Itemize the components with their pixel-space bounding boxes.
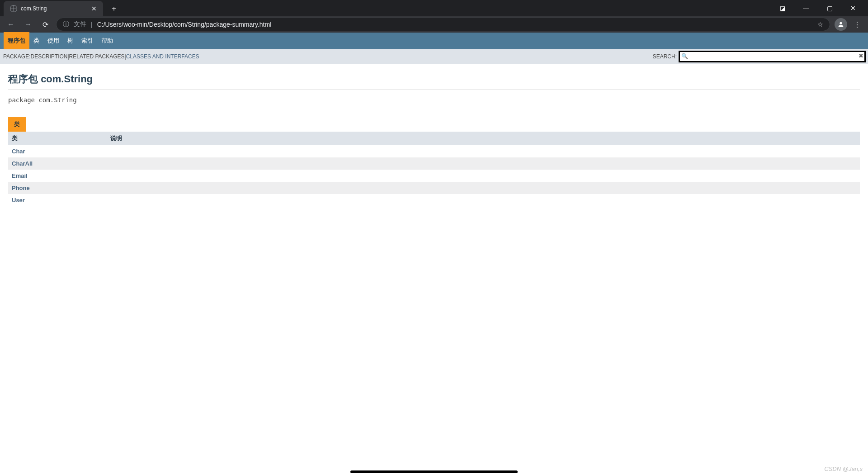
main-content: 程序包 com.String package com.String 类 类 说明… — [0, 64, 868, 214]
search-wrap: 🔍 ✖ — [679, 52, 865, 62]
type-tab-classes[interactable]: 类 — [8, 117, 26, 132]
toolbar-right: ⋮ — [835, 18, 863, 31]
nav-tree[interactable]: 树 — [63, 32, 77, 49]
class-link[interactable]: Email — [12, 172, 28, 179]
tab-title: com.String — [21, 5, 47, 12]
subnav-description[interactable]: DESCRIPTION — [30, 53, 67, 60]
class-link[interactable]: CharAll — [12, 160, 33, 167]
nav-help[interactable]: 帮助 — [97, 32, 117, 49]
info-icon: ⓘ — [63, 20, 69, 28]
addr-prefix: 文件 — [74, 20, 86, 28]
class-link[interactable]: Char — [12, 148, 25, 155]
table-row: Email — [8, 170, 860, 182]
col-desc: 说明 — [107, 132, 860, 145]
class-summary-table: 类 说明 CharCharAllEmailPhoneUser — [8, 132, 860, 206]
maximize-button[interactable]: ▢ — [819, 1, 840, 15]
nav-package[interactable]: 程序包 — [4, 32, 29, 49]
col-class: 类 — [8, 132, 107, 145]
nav-use[interactable]: 使用 — [43, 32, 63, 49]
class-desc — [107, 170, 860, 182]
search-block: SEARCH: 🔍 ✖ — [653, 52, 865, 62]
nav-index[interactable]: 索引 — [77, 32, 97, 49]
package-declaration: package com.String — [8, 96, 860, 104]
address-bar[interactable]: ⓘ 文件 | C:/Users/woo-min/Desktop/com/Stri… — [56, 18, 830, 31]
table-row: User — [8, 194, 860, 206]
title-prefix: 程序包 — [8, 73, 41, 85]
browser-toolbar: ← → ⟳ ⓘ 文件 | C:/Users/woo-min/Desktop/co… — [0, 16, 868, 33]
taskbar-handle — [350, 470, 518, 473]
minimize-button[interactable]: — — [796, 1, 816, 15]
addr-sep: | — [91, 21, 93, 28]
svg-point-0 — [840, 22, 842, 24]
clear-search-icon[interactable]: ✖ — [859, 52, 863, 59]
search-label: SEARCH: — [653, 53, 677, 60]
class-link[interactable]: User — [12, 197, 25, 204]
star-icon[interactable]: ☆ — [817, 21, 823, 28]
search-input[interactable] — [679, 52, 865, 62]
class-desc — [107, 182, 860, 194]
forward-button[interactable]: → — [22, 18, 34, 31]
menu-button[interactable]: ⋮ — [851, 18, 863, 31]
table-row: Phone — [8, 182, 860, 194]
tab-strip: com.String ✕ ＋ ◪ — ▢ ✕ — [0, 0, 868, 16]
class-link[interactable]: Phone — [12, 185, 30, 191]
page-title: 程序包 com.String — [8, 72, 860, 90]
close-window-button[interactable]: ✕ — [843, 1, 863, 15]
subnav-classes[interactable]: CLASSES AND INTERFACES — [126, 53, 199, 60]
table-row: Char — [8, 145, 860, 157]
subnav-related[interactable]: RELATED PACKAGES — [69, 53, 125, 60]
search-icon: 🔍 — [681, 53, 688, 59]
class-desc — [107, 157, 860, 170]
nav-class[interactable]: 类 — [29, 32, 43, 49]
watermark: CSDN @Jan,s — [824, 466, 863, 472]
back-button[interactable]: ← — [5, 18, 17, 31]
close-tab-icon[interactable]: ✕ — [91, 5, 97, 12]
title-name: com.String — [41, 73, 93, 85]
profile-button[interactable] — [835, 18, 847, 31]
globe-icon — [10, 5, 17, 12]
browser-tab[interactable]: com.String ✕ — [4, 1, 103, 16]
javadoc-navbar: 程序包 类 使用 树 索引 帮助 — [0, 33, 868, 49]
class-desc — [107, 194, 860, 206]
class-desc — [107, 145, 860, 157]
window-controls: ◪ — ▢ ✕ — [772, 0, 868, 16]
new-tab-button[interactable]: ＋ — [108, 1, 120, 16]
browser-chrome: com.String ✕ ＋ ◪ — ▢ ✕ ← → ⟳ ⓘ 文件 | C:/U… — [0, 0, 868, 33]
subnav-prefix: PACKAGE: — [3, 53, 30, 60]
addr-url: C:/Users/woo-min/Desktop/com/String/pack… — [97, 21, 272, 28]
table-row: CharAll — [8, 157, 860, 170]
javadoc-subnav: PACKAGE: DESCRIPTION | RELATED PACKAGES … — [0, 49, 868, 64]
extension-icon[interactable]: ◪ — [772, 1, 793, 15]
reload-button[interactable]: ⟳ — [39, 18, 52, 31]
type-tab-header: 类 — [8, 117, 860, 132]
